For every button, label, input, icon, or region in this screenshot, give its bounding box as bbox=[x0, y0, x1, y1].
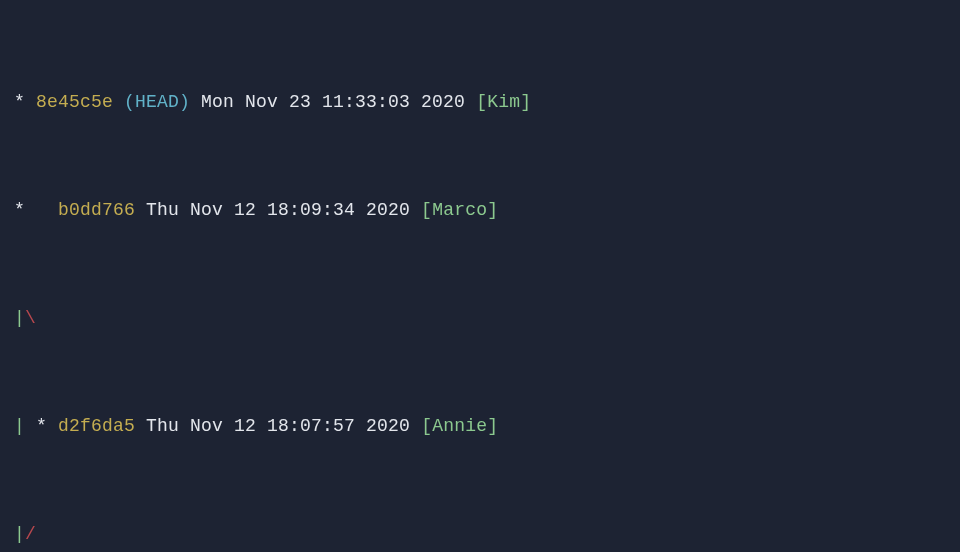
commit-date: Thu Nov 12 18:09:34 2020 bbox=[146, 201, 410, 219]
commit-hash: 8e45c5e bbox=[36, 93, 113, 111]
commit-date: Mon Nov 23 11:33:03 2020 bbox=[201, 93, 465, 111]
commit-author: Marco bbox=[432, 201, 487, 219]
log-line: | * d2f6da5 Thu Nov 12 18:07:57 2020 [ A… bbox=[14, 408, 946, 444]
graph-segment: * bbox=[36, 417, 58, 435]
commit-author: Kim bbox=[487, 93, 520, 111]
author-open: [ bbox=[476, 93, 487, 111]
spacer bbox=[135, 201, 146, 219]
log-line: | / bbox=[14, 516, 946, 552]
graph-segment: | bbox=[14, 525, 25, 543]
graph-segment: | bbox=[14, 309, 25, 327]
graph-segment: * bbox=[14, 201, 58, 219]
author-open: [ bbox=[421, 417, 432, 435]
log-line: * 8e45c5e (HEAD) Mon Nov 23 11:33:03 202… bbox=[14, 84, 946, 120]
graph-segment: | bbox=[14, 417, 36, 435]
log-line: | \ bbox=[14, 300, 946, 336]
author-close: ] bbox=[520, 93, 531, 111]
commit-date: Thu Nov 12 18:07:57 2020 bbox=[146, 417, 410, 435]
spacer bbox=[410, 201, 421, 219]
head-ref: (HEAD) bbox=[124, 93, 190, 111]
graph-segment: * bbox=[14, 93, 36, 111]
author-close: ] bbox=[487, 201, 498, 219]
author-open: [ bbox=[421, 201, 432, 219]
author-close: ] bbox=[487, 417, 498, 435]
spacer bbox=[113, 93, 124, 111]
git-log-output: * 8e45c5e (HEAD) Mon Nov 23 11:33:03 202… bbox=[0, 0, 960, 552]
spacer bbox=[135, 417, 146, 435]
commit-author: Annie bbox=[432, 417, 487, 435]
spacer bbox=[465, 93, 476, 111]
spacer bbox=[410, 417, 421, 435]
graph-segment: / bbox=[25, 525, 36, 543]
spacer bbox=[190, 93, 201, 111]
log-line: * b0dd766 Thu Nov 12 18:09:34 2020 [ Mar… bbox=[14, 192, 946, 228]
commit-hash: d2f6da5 bbox=[58, 417, 135, 435]
commit-hash: b0dd766 bbox=[58, 201, 135, 219]
graph-segment: \ bbox=[25, 309, 36, 327]
